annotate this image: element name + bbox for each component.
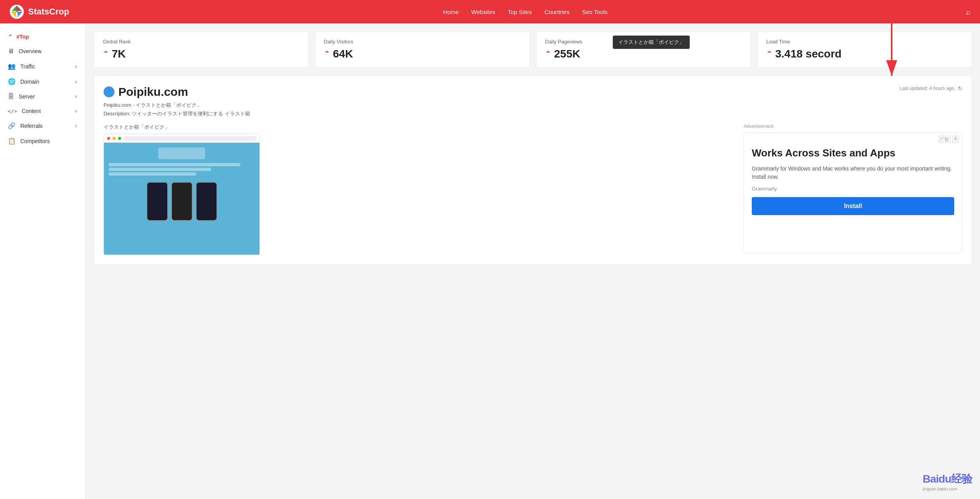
site-screenshot-area: イラストとか箱「ポイピク」 xyxy=(104,124,734,255)
nav-seo-tools[interactable]: Seo Tools xyxy=(582,9,608,15)
chevron-down-icon: ∨ xyxy=(74,79,78,84)
stat-card-load-time: Load Time ⌃ 3.418 secord xyxy=(757,31,972,68)
stat-card-daily-visitors: Daily Visitors ⌃ 64K xyxy=(315,31,530,68)
sidebar-label-referrals: Referrals xyxy=(20,123,74,129)
site-name: Poipiku.com xyxy=(118,85,188,99)
chevron-up-icon: ⌃ xyxy=(8,34,13,40)
stat-value-daily-visitors: ⌃ 64K xyxy=(324,48,521,60)
ad-headline: Works Across Sites and Apps xyxy=(752,147,954,160)
site-title: 🌐 Poipiku.com xyxy=(104,85,188,99)
tooltip-box: イラストとか箱「ポイピク」 xyxy=(613,36,690,49)
trend-up-icon: ⌃ xyxy=(324,50,330,58)
mockup-browser-bar xyxy=(104,134,259,143)
sidebar-item-server[interactable]: 🗄 Server ∨ xyxy=(0,89,86,104)
stat-label-global-rank: Global Rank xyxy=(103,39,300,45)
stat-label-daily-visitors: Daily Visitors xyxy=(324,39,521,45)
stat-value-load-time: ⌃ 3.418 secord xyxy=(766,48,963,60)
traffic-icon: 👥 xyxy=(8,63,16,70)
sidebar-item-overview[interactable]: 🖥 Overview xyxy=(0,44,86,59)
daily-visitors-number: 64K xyxy=(333,48,353,60)
nav-home[interactable]: Home xyxy=(443,9,459,15)
chevron-down-icon: ∨ xyxy=(74,64,78,69)
sidebar-label-domain: Domain xyxy=(20,79,74,85)
screenshot-body xyxy=(104,143,259,255)
nav-countries[interactable]: Countries xyxy=(544,9,569,15)
ad-close-btn[interactable]: X xyxy=(952,136,959,143)
main-header: StatsCrop Home Websites Top Sites Countr… xyxy=(0,0,980,23)
site-screenshot xyxy=(104,134,260,255)
mock-phone-2 xyxy=(171,182,193,221)
chevron-down-icon: ∨ xyxy=(74,94,78,99)
ad-badge: 广告 xyxy=(938,136,951,143)
sidebar-item-domain[interactable]: 🌐 Domain ∨ xyxy=(0,74,86,89)
mock-logo xyxy=(158,147,205,159)
logo[interactable]: StatsCrop xyxy=(9,4,69,19)
site-meta-description: Description: ツイッターのイラスト管理を便利にする イラスト箱 xyxy=(104,110,962,117)
trend-up-icon: ⌃ xyxy=(766,50,772,58)
last-updated-text: Last updated: 4 hours ago. xyxy=(900,86,955,91)
sidebar-item-competitors[interactable]: 📋 Competitors xyxy=(0,133,86,149)
sidebar: ⌃ #Top 🖥 Overview 👥 Traffic ∨ 🌐 Domain ∨… xyxy=(0,23,86,499)
ad-install-button[interactable]: Install xyxy=(752,197,954,215)
mock-line-3 xyxy=(109,172,196,176)
content-icon: </> xyxy=(8,108,17,114)
server-icon: 🗄 xyxy=(8,93,14,100)
mock-phones xyxy=(147,182,217,221)
site-meta-title: Poipiku.com - イラストとか箱「ポイピク」 xyxy=(104,102,962,109)
stats-row: Global Rank ⌃ 7K Daily Visitors ⌃ 64K Da… xyxy=(94,31,972,68)
ad-body: Grammarly for Windows and Mac works wher… xyxy=(752,165,954,181)
ad-label: Advertisement xyxy=(744,124,962,129)
stat-value-daily-pageviews: ⌃ 255K xyxy=(545,48,742,60)
sidebar-label-traffic: Traffic xyxy=(20,63,74,70)
last-updated: Last updated: 4 hours ago. ↻ xyxy=(900,85,962,92)
nav-websites[interactable]: Websites xyxy=(471,9,495,15)
overview-icon: 🖥 xyxy=(8,48,14,55)
mock-url-bar xyxy=(123,136,256,141)
stat-value-global-rank: ⌃ 7K xyxy=(103,48,300,60)
site-content: イラストとか箱「ポイピク」 xyxy=(104,124,962,255)
screenshot-title: イラストとか箱「ポイピク」 xyxy=(104,124,734,131)
trend-up-icon: ⌃ xyxy=(103,50,109,58)
global-rank-number: 7K xyxy=(112,48,126,60)
sidebar-item-referrals[interactable]: 🔗 Referrals ∨ xyxy=(0,118,86,133)
mock-text-lines xyxy=(109,163,255,176)
domain-icon: 🌐 xyxy=(8,78,16,85)
site-card: 🌐 Poipiku.com Last updated: 4 hours ago.… xyxy=(94,75,972,265)
search-button[interactable]: ⌕ xyxy=(966,7,971,16)
main-content: Global Rank ⌃ 7K Daily Visitors ⌃ 64K Da… xyxy=(86,23,980,499)
mock-dot-red xyxy=(107,137,110,140)
stat-card-global-rank: Global Rank ⌃ 7K xyxy=(94,31,309,68)
ad-area: Advertisement 广告 X Works Across Sites an… xyxy=(744,124,962,255)
logo-icon xyxy=(9,4,24,19)
refresh-icon[interactable]: ↻ xyxy=(958,85,962,92)
daily-pageviews-number: 255K xyxy=(554,48,580,60)
load-time-number: 3.418 secord xyxy=(775,48,842,60)
sidebar-top-label: #Top xyxy=(16,34,29,40)
stat-label-load-time: Load Time xyxy=(766,39,963,45)
sidebar-item-top[interactable]: ⌃ #Top xyxy=(0,30,86,44)
mock-line-1 xyxy=(109,163,240,166)
chevron-down-icon: ∨ xyxy=(74,123,78,129)
mock-line-2 xyxy=(109,168,211,171)
nav-top-sites[interactable]: Top Sites xyxy=(508,9,532,15)
mock-dot-yellow xyxy=(113,137,116,140)
page-layout: ⌃ #Top 🖥 Overview 👥 Traffic ∨ 🌐 Domain ∨… xyxy=(0,23,980,499)
sidebar-label-content: Content xyxy=(21,108,74,114)
mock-phone-3 xyxy=(196,182,217,221)
site-favicon: 🌐 xyxy=(104,86,114,97)
logo-text: StatsCrop xyxy=(28,7,69,17)
referrals-icon: 🔗 xyxy=(8,122,16,129)
competitors-icon: 📋 xyxy=(8,137,16,145)
mock-phone-1 xyxy=(147,182,168,221)
ad-card: 广告 X Works Across Sites and Apps Grammar… xyxy=(744,132,962,253)
main-nav: Home Websites Top Sites Countries Seo To… xyxy=(85,9,966,15)
sidebar-label-overview: Overview xyxy=(19,48,78,54)
ad-brand: Grammarly xyxy=(752,186,954,192)
sidebar-label-competitors: Competitors xyxy=(20,138,78,144)
chevron-down-icon: ∨ xyxy=(74,108,78,114)
sidebar-item-traffic[interactable]: 👥 Traffic ∨ xyxy=(0,59,86,74)
site-header: 🌐 Poipiku.com Last updated: 4 hours ago.… xyxy=(104,85,962,99)
stat-card-daily-pageviews: Daily Pageviews ⌃ 255K イラストとか箱「ポイピク」 xyxy=(536,31,751,68)
sidebar-item-content[interactable]: </> Content ∨ xyxy=(0,104,86,118)
mock-dot-green xyxy=(118,137,121,140)
